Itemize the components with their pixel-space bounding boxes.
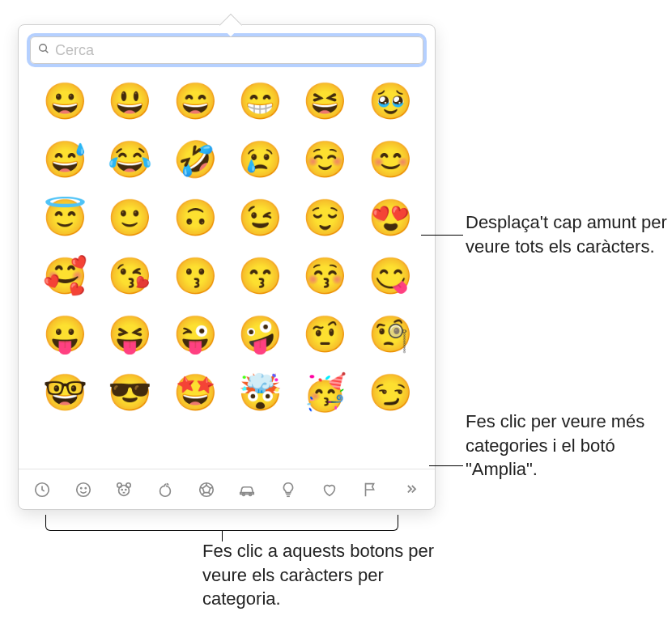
expand-icon[interactable] [399,478,423,502]
emoji-cell[interactable]: 😛 [43,313,85,355]
svg-line-16 [202,492,204,495]
emoji-cell[interactable]: 🥰 [43,255,85,297]
flags-icon[interactable] [358,478,382,502]
lead-line [429,465,463,466]
emoji-cell[interactable]: 🤩 [173,372,215,414]
travel-icon[interactable] [235,478,259,502]
animals-icon[interactable] [112,478,136,502]
emoji-cell[interactable]: 😍 [368,197,410,239]
activity-icon[interactable] [194,478,219,502]
search-icon [37,42,50,58]
emoji-grid[interactable]: 😀😃😄😁😆🥹😅😂🤣😢☺️😊😇🙂🙃😉😌😍🥰😘😗😙😚😋😛😝😜🤪🤨🧐🤓😎🤩🤯🥳😏 [19,70,435,469]
emoji-cell[interactable]: 🙃 [173,197,215,239]
emoji-cell[interactable]: 😙 [238,255,280,297]
callout-scroll: Desplaça't cap amunt per veure tots els … [466,210,668,258]
character-viewer-popover: 😀😃😄😁😆🥹😅😂🤣😢☺️😊😇🙂🙃😉😌😍🥰😘😗😙😚😋😛😝😜🤪🤨🧐🤓😎🤩🤯🥳😏 [18,24,436,510]
emoji-cell[interactable]: 😚 [303,255,345,297]
callout-categories: Fes clic a aquests botons per veure els … [202,539,461,611]
emoji-cell[interactable]: 😀 [43,80,85,122]
emoji-cell[interactable]: 😊 [368,138,410,180]
emoji-cell[interactable]: 😢 [238,138,280,180]
smileys-icon[interactable] [71,478,96,502]
emoji-cell[interactable]: 🙂 [108,197,150,239]
bracket-stem [222,530,223,541]
emoji-cell[interactable]: 😄 [173,80,215,122]
emoji-cell[interactable]: 😝 [108,313,150,355]
emoji-cell[interactable]: 😆 [303,80,345,122]
symbols-icon[interactable] [317,478,342,502]
svg-point-5 [85,487,86,488]
emoji-cell[interactable]: 😉 [238,197,280,239]
emoji-cell[interactable]: 🥳 [303,372,345,414]
emoji-cell[interactable]: 😎 [108,372,150,414]
emoji-cell[interactable]: 🤓 [43,372,85,414]
emoji-cell[interactable]: 😅 [43,138,85,180]
category-bracket [45,515,398,531]
svg-line-14 [200,487,202,488]
emoji-cell[interactable]: 🥹 [368,80,410,122]
svg-marker-12 [202,485,210,492]
recent-icon[interactable] [30,478,54,502]
objects-icon[interactable] [276,478,300,502]
svg-line-15 [210,487,212,488]
search-box[interactable] [30,36,423,64]
svg-point-3 [76,482,90,496]
emoji-cell[interactable]: 🧐 [368,313,410,355]
svg-point-10 [125,489,126,490]
emoji-cell[interactable]: 😃 [108,80,150,122]
svg-point-9 [121,489,122,490]
svg-point-0 [40,45,47,52]
search-input[interactable] [55,42,416,59]
emoji-cell[interactable]: 😂 [108,138,150,180]
lead-line [421,235,463,236]
category-toolbar [19,469,435,509]
emoji-cell[interactable]: 🤨 [303,313,345,355]
emoji-cell[interactable]: 😁 [238,80,280,122]
svg-line-1 [45,50,48,53]
emoji-cell[interactable]: 🤪 [238,313,280,355]
emoji-cell[interactable]: 😋 [368,255,410,297]
emoji-cell[interactable]: ☺️ [303,138,345,180]
emoji-cell[interactable]: 😏 [368,372,410,414]
emoji-cell[interactable]: 😇 [43,197,85,239]
emoji-cell[interactable]: 😗 [173,255,215,297]
svg-point-4 [80,487,81,488]
food-icon[interactable] [153,478,177,502]
emoji-cell[interactable]: 😘 [108,255,150,297]
emoji-cell[interactable]: 😌 [303,197,345,239]
emoji-cell[interactable]: 🤣 [173,138,215,180]
emoji-cell[interactable]: 🤯 [238,372,280,414]
svg-line-17 [208,492,211,495]
emoji-cell[interactable]: 😜 [173,313,215,355]
callout-expand: Fes clic per veure més categories i el b… [466,410,668,482]
